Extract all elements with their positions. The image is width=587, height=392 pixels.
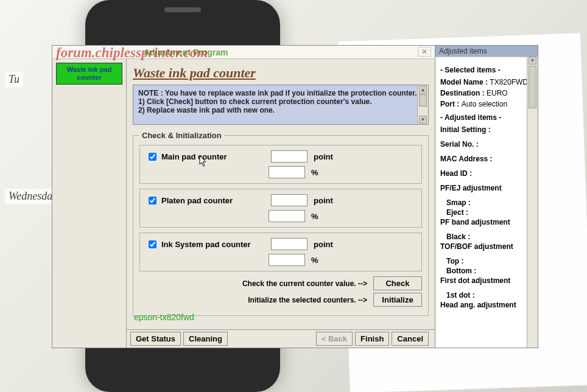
platen-pad-block: Platen pad counter point % [139, 189, 422, 228]
ink-system-checkbox[interactable] [149, 240, 156, 248]
port: Port : Auto selection [440, 100, 533, 108]
right-scrollbar[interactable]: ▲ ▼ [527, 57, 538, 348]
note-line3: 2) Replace waste ink pad with new one. [138, 106, 423, 114]
platen-pad-label: Platen pad counter [161, 196, 271, 205]
unit-point: point [314, 152, 333, 161]
close-button[interactable]: ✕ [418, 47, 431, 57]
cleaning-button[interactable]: Cleaning [183, 332, 228, 346]
init-row: Initialize the selected counters. --> In… [139, 293, 422, 307]
page-title: Waste ink pad counter [133, 65, 429, 81]
adjusted-item: Eject : [440, 208, 533, 217]
adjusted-item: Top : [440, 257, 533, 265]
platen-pad-checkbox[interactable] [149, 197, 156, 205]
scroll-up-icon[interactable]: ▲ [419, 86, 427, 94]
ink-system-pad-block: Ink System pad counter point % [139, 233, 422, 271]
sidebar: Waste ink pad counter [52, 59, 127, 348]
ink-pct-value [269, 254, 305, 266]
check-button[interactable]: Check [373, 276, 422, 290]
ink-system-label: Ink System pad counter [161, 240, 271, 249]
adjusted-items-panel: Adjusted items - Selected items - Model … [435, 45, 538, 348]
adjusted-item: Head ID : [440, 169, 533, 178]
platen-pad-point-value [271, 194, 308, 206]
titlebar[interactable]: Adjustment Program ✕ [52, 46, 435, 59]
note-box: NOTE : You have to replace waste ink pad… [133, 85, 429, 125]
scroll-thumb[interactable] [529, 66, 536, 108]
scroll-thumb[interactable] [419, 94, 427, 107]
adjusted-item: Serial No. : [440, 140, 533, 149]
adjusted-items-list: - Selected items - Model Name : TX820FWD… [435, 57, 538, 348]
sidebar-waste-ink-btn[interactable]: Waste ink pad counter [56, 63, 122, 85]
phone-speaker [164, 7, 201, 12]
unit-pct: % [311, 168, 318, 177]
initialize-button[interactable]: Initialize [373, 293, 422, 307]
platen-pad-pct-value [269, 210, 305, 222]
note-line1: NOTE : You have to replace waste ink pad… [138, 89, 423, 97]
finish-button[interactable]: Finish [355, 332, 389, 346]
adjusted-item: Black : [440, 233, 533, 241]
bottom-bar: Get Status Cleaning < Back Finish Cancel [127, 329, 435, 348]
model-name: Model Name : TX820FWD [440, 78, 533, 86]
adjusted-item: PF band adjustment [440, 218, 533, 226]
note-scrollbar[interactable]: ▲ ▼ [417, 85, 428, 124]
adjusted-items-header: Adjusted items [435, 46, 538, 57]
destination: Destination : EURO [440, 89, 533, 97]
bg-weekday-2: Wednesda [5, 189, 56, 204]
main-pad-pct-value [269, 166, 305, 178]
adjusted-item: Head ang. adjustment [440, 301, 533, 309]
adjusted-item: Bottom : [440, 267, 533, 275]
program-title: Adjustment Program [144, 47, 228, 57]
check-init-group: Check & Initialization Main pad counter … [133, 131, 429, 316]
adjusted-item: Smap : [440, 198, 533, 207]
scroll-down-icon[interactable]: ▼ [529, 57, 536, 65]
init-prompt: Initialize the selected counters. --> [248, 296, 367, 304]
cancel-button[interactable]: Cancel [392, 332, 429, 346]
adjusted-item: PF/EJ adjustment [440, 184, 533, 192]
main-pad-point-value [271, 150, 308, 163]
adjusted-items-hdr: - Adjusted items - [440, 113, 533, 122]
watermark-model: epson-tx820fwd [134, 312, 194, 322]
scroll-down-icon[interactable]: ▼ [419, 116, 427, 124]
selected-items-hdr: - Selected items - [440, 66, 533, 74]
note-line2: 1) Click [Check] button to check current… [138, 97, 423, 106]
get-status-button[interactable]: Get Status [130, 332, 181, 346]
main-pad-checkbox[interactable] [149, 153, 156, 161]
adjusted-item: 1st dot : [440, 291, 533, 299]
group-legend: Check & Initialization [139, 131, 224, 140]
bg-weekday-1: Tu [5, 72, 23, 87]
main-pad-block: Main pad counter point % [139, 145, 422, 184]
adjusted-item: Initial Setting : [440, 125, 533, 134]
adjusted-item: First dot adjustment [440, 276, 533, 285]
back-button[interactable]: < Back [316, 332, 353, 346]
check-prompt: Check the current counter value. --> [242, 279, 367, 288]
adjustment-program-window: Adjustment Program ✕ Waste ink pad count… [52, 45, 435, 348]
main-pad-label: Main pad counter [161, 152, 271, 161]
main-pane: Waste ink pad counter NOTE : You have to… [127, 59, 435, 348]
check-row: Check the current counter value. --> Che… [139, 276, 422, 290]
adjusted-item: MAC Address : [440, 155, 533, 163]
ink-point-value [271, 238, 308, 250]
adjusted-item: TOF/BOF adjustment [440, 242, 533, 251]
